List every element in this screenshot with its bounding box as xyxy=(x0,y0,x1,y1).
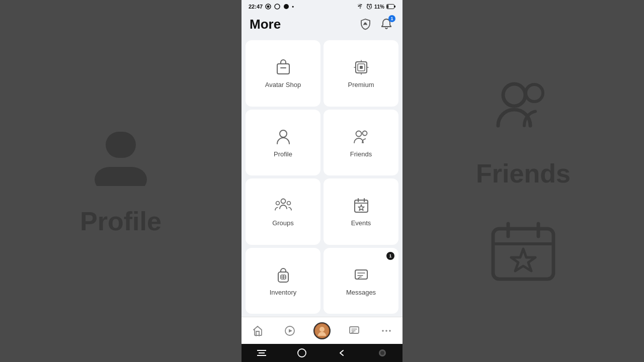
chat-icon xyxy=(352,265,371,285)
svg-rect-8 xyxy=(394,6,395,8)
svg-rect-9 xyxy=(387,5,389,9)
messages-badge: 1 xyxy=(386,252,394,260)
app-icon2 xyxy=(283,4,290,10)
profile-label: Profile xyxy=(274,150,292,158)
messages-label: Messages xyxy=(346,289,376,296)
nav-chat[interactable] xyxy=(343,320,365,342)
chat-nav-icon xyxy=(349,325,360,336)
svg-point-18 xyxy=(281,199,285,204)
status-bar: 22:47 • xyxy=(242,0,403,12)
avatar-shop-label: Avatar Shop xyxy=(265,81,301,88)
inventory-label: Inventory xyxy=(270,289,296,296)
svg-rect-37 xyxy=(350,327,359,333)
grid-item-groups[interactable]: Groups xyxy=(246,178,320,245)
svg-rect-21 xyxy=(355,200,368,212)
bg-profile-icon xyxy=(91,126,151,186)
bg-left-panel: Profile xyxy=(0,0,242,362)
grid-item-messages[interactable]: 1 Messages xyxy=(324,248,398,314)
grid-item-inventory[interactable]: Inventory xyxy=(246,248,320,314)
more-dots-icon xyxy=(381,325,392,336)
bell-button[interactable]: 1 xyxy=(378,16,394,32)
shield-button[interactable] xyxy=(357,16,373,32)
shield-icon xyxy=(359,18,371,30)
svg-point-17 xyxy=(362,131,367,135)
battery-text: 11% xyxy=(374,4,384,10)
android-square-btn[interactable] xyxy=(378,348,387,357)
phone-container: 22:47 • xyxy=(242,0,403,362)
bg-friends-icon xyxy=(493,78,553,138)
svg-rect-11 xyxy=(277,64,289,74)
svg-point-20 xyxy=(287,202,290,205)
svg-rect-14 xyxy=(360,66,363,69)
bg-events-icon xyxy=(488,219,558,284)
svg-point-42 xyxy=(389,330,391,332)
avatar-face-icon xyxy=(315,324,329,338)
backpack-icon xyxy=(274,265,293,285)
signal-icon xyxy=(265,4,272,10)
bg-right-text: Friends xyxy=(476,158,571,189)
back-arrow-icon xyxy=(338,348,347,357)
svg-point-36 xyxy=(319,327,325,332)
groups-label: Groups xyxy=(272,219,294,227)
status-time: 22:47 xyxy=(249,4,263,10)
svg-point-48 xyxy=(380,351,384,355)
grid-item-events[interactable]: Events xyxy=(324,178,398,245)
svg-marker-34 xyxy=(289,329,292,332)
grid-item-profile[interactable]: Profile xyxy=(246,110,320,176)
bell-badge: 1 xyxy=(388,15,395,22)
grid-item-friends[interactable]: Friends xyxy=(324,110,398,176)
premium-label: Premium xyxy=(348,81,374,88)
svg-rect-30 xyxy=(355,270,367,279)
hamburger-icon xyxy=(257,349,266,356)
grid-item-avatar-shop[interactable]: Avatar Shop xyxy=(246,40,320,107)
circle-home-icon xyxy=(297,348,306,357)
menu-grid: Avatar Shop Premium Profile xyxy=(242,37,403,317)
svg-point-46 xyxy=(298,349,306,357)
square-icon xyxy=(378,348,387,357)
page-title: More xyxy=(250,17,281,32)
groups-icon xyxy=(274,196,293,215)
svg-marker-25 xyxy=(358,205,364,211)
status-dot: • xyxy=(292,4,294,10)
svg-point-49 xyxy=(503,84,525,106)
svg-point-19 xyxy=(276,202,279,205)
svg-point-15 xyxy=(280,130,287,137)
premium-icon xyxy=(352,58,371,77)
events-label: Events xyxy=(351,219,371,227)
nav-avatar[interactable] xyxy=(311,320,333,342)
friends-icon xyxy=(352,127,371,146)
svg-rect-51 xyxy=(493,229,553,279)
svg-rect-0 xyxy=(106,132,136,158)
wifi-icon xyxy=(356,4,364,10)
play-icon xyxy=(284,325,295,336)
android-back-btn[interactable] xyxy=(338,348,347,357)
friends-label: Friends xyxy=(350,150,372,158)
svg-point-4 xyxy=(275,4,280,9)
bag-icon xyxy=(274,58,293,77)
grid-item-premium[interactable]: Premium xyxy=(324,40,398,107)
home-icon xyxy=(252,325,263,336)
nav-more[interactable] xyxy=(375,320,397,342)
svg-point-50 xyxy=(526,84,543,102)
svg-point-3 xyxy=(267,6,270,8)
nav-play[interactable] xyxy=(279,320,301,342)
bottom-navigation xyxy=(242,317,403,344)
svg-point-5 xyxy=(284,4,289,9)
calendar-star-icon xyxy=(352,196,371,215)
svg-point-41 xyxy=(385,330,387,332)
header: More 1 xyxy=(242,12,403,37)
android-home-btn[interactable] xyxy=(297,348,306,357)
svg-point-40 xyxy=(382,330,384,332)
bg-left-text: Profile xyxy=(80,206,162,236)
svg-rect-1 xyxy=(95,167,147,186)
alarm-icon xyxy=(366,4,372,10)
android-navigation-bar xyxy=(242,344,403,362)
avatar-icon xyxy=(313,322,331,339)
app-icon1 xyxy=(274,4,281,10)
svg-point-16 xyxy=(356,131,361,136)
bg-right-panel: Friends xyxy=(403,0,644,362)
android-menu-btn[interactable] xyxy=(257,349,266,356)
battery-icon xyxy=(386,4,395,9)
person-icon xyxy=(274,127,293,146)
nav-home[interactable] xyxy=(247,320,269,342)
